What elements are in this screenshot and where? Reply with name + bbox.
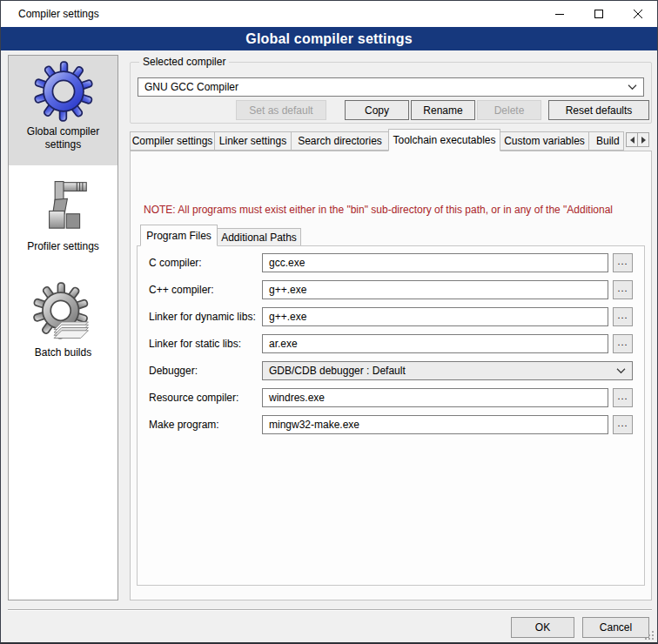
tab-search-directories[interactable]: Search directories	[291, 131, 389, 151]
c-compiler-row: C compiler: gcc.exe ...	[137, 253, 645, 272]
debugger-row: Debugger: GDB/CDB debugger : Default	[137, 361, 645, 380]
maximize-button[interactable]	[579, 1, 618, 27]
dynamic-linker-input[interactable]: g++.exe	[262, 307, 608, 326]
subtab-program-files[interactable]: Program Files	[140, 225, 218, 246]
chevron-down-icon	[616, 368, 626, 374]
rename-button[interactable]: Rename	[411, 100, 475, 120]
field-value: gcc.exe	[269, 257, 305, 269]
cpp-compiler-input[interactable]: g++.exe	[262, 280, 608, 299]
installation-note: NOTE: All programs must exist either in …	[144, 204, 645, 216]
button-label: Set as default	[249, 104, 312, 117]
resource-compiler-input[interactable]: windres.exe	[262, 388, 608, 407]
field-value: ar.exe	[269, 338, 298, 350]
ellipsis-icon: ...	[617, 256, 628, 266]
field-value: GDB/CDB debugger : Default	[269, 365, 406, 377]
browse-cpp-compiler-button[interactable]: ...	[613, 280, 633, 299]
tab-compiler-settings[interactable]: Compiler settings	[130, 131, 215, 151]
browse-resource-compiler-button[interactable]: ...	[613, 388, 633, 407]
tab-label: Compiler settings	[132, 135, 213, 147]
browse-make-program-button[interactable]: ...	[613, 415, 633, 434]
sidebar-item-profiler-settings[interactable]: Profiler settings	[9, 171, 118, 265]
resource-compiler-row: Resource compiler: windres.exe ...	[137, 388, 645, 407]
settings-category-list: Global compiler settings Profile	[8, 55, 118, 600]
window-title: Compiler settings	[18, 8, 99, 20]
ellipsis-icon: ...	[617, 391, 628, 401]
tab-label: Linker settings	[219, 135, 286, 147]
field-label: C compiler:	[149, 257, 202, 269]
button-label: Delete	[494, 104, 525, 117]
delete-button[interactable]: Delete	[477, 100, 541, 120]
footer-separator	[8, 609, 652, 611]
debugger-select[interactable]: GDB/CDB debugger : Default	[262, 361, 633, 380]
minimize-icon	[554, 9, 565, 19]
dynamic-linker-row: Linker for dynamic libs: g++.exe ...	[137, 307, 645, 326]
tab-label: Custom variables	[504, 135, 585, 147]
sidebar-item-global-compiler-settings[interactable]: Global compiler settings	[9, 56, 118, 165]
compiler-select[interactable]: GNU GCC Compiler	[138, 77, 644, 97]
static-linker-row: Linker for static libs: ar.exe ...	[137, 334, 645, 353]
static-linker-input[interactable]: ar.exe	[262, 334, 608, 353]
field-label: Resource compiler:	[149, 392, 238, 404]
caliper-icon	[33, 176, 94, 237]
ellipsis-icon: ...	[617, 337, 628, 347]
close-icon	[633, 9, 643, 19]
button-label: Cancel	[600, 621, 632, 634]
tab-build-options-clipped[interactable]: Build	[588, 131, 624, 151]
make-program-input[interactable]: mingw32-make.exe	[262, 415, 608, 434]
button-label: OK	[535, 621, 550, 634]
tab-scroll-left-button[interactable]	[626, 132, 638, 147]
chevron-down-icon	[628, 84, 637, 91]
field-label: C++ compiler:	[149, 284, 214, 296]
ellipsis-icon: ...	[617, 310, 628, 320]
compiler-select-value: GNU GCC Compiler	[144, 81, 238, 93]
minimize-button[interactable]	[540, 1, 579, 27]
browse-static-linker-button[interactable]: ...	[613, 334, 633, 353]
tab-scroll-right-button[interactable]	[637, 132, 649, 147]
copy-button[interactable]: Copy	[345, 100, 409, 120]
browse-c-compiler-button[interactable]: ...	[613, 253, 633, 272]
dialog-banner: Global compiler settings	[1, 27, 657, 50]
field-label: Debugger:	[149, 365, 198, 377]
field-value: g++.exe	[269, 284, 306, 296]
tab-toolchain-executables[interactable]: Toolchain executables	[388, 129, 500, 151]
page-title: Global compiler settings	[245, 31, 413, 47]
tab-label: Build	[596, 135, 620, 147]
button-label: Reset defaults	[566, 104, 633, 117]
field-label: Linker for static libs:	[149, 338, 241, 350]
tab-linker-settings[interactable]: Linker settings	[214, 131, 292, 151]
ok-button[interactable]: OK	[511, 617, 574, 638]
resize-grip[interactable]	[645, 631, 655, 641]
compiler-settings-dialog: Compiler settings Global compiler settin…	[0, 0, 658, 644]
sidebar-item-label: Batch builds	[9, 343, 118, 366]
tab-label: Additional Paths	[221, 231, 297, 244]
titlebar: Compiler settings	[1, 1, 657, 27]
c-compiler-input[interactable]: gcc.exe	[262, 253, 608, 272]
set-as-default-button[interactable]: Set as default	[236, 100, 326, 120]
browse-dynamic-linker-button[interactable]: ...	[613, 307, 633, 326]
arrow-right-icon	[641, 137, 646, 144]
blue-gear-icon	[33, 61, 94, 122]
field-label: Make program:	[149, 419, 219, 431]
tab-label: Program Files	[146, 230, 212, 242]
field-value: windres.exe	[269, 392, 325, 404]
button-label: Rename	[423, 104, 462, 117]
group-label: Selected compiler	[139, 56, 229, 68]
gray-gear-stack-icon	[33, 282, 94, 343]
tab-label: Toolchain executables	[393, 134, 495, 146]
field-label: Linker for dynamic libs:	[149, 311, 256, 323]
close-button[interactable]	[618, 1, 657, 27]
tab-custom-variables[interactable]: Custom variables	[500, 131, 589, 151]
field-value: mingw32-make.exe	[269, 419, 359, 431]
sidebar-item-label: Profiler settings	[9, 237, 118, 260]
cpp-compiler-row: C++ compiler: g++.exe ...	[137, 280, 645, 299]
sidebar-item-batch-builds[interactable]: Batch builds	[9, 277, 118, 378]
arrow-left-icon	[630, 137, 634, 144]
ellipsis-icon: ...	[617, 418, 628, 428]
cancel-button[interactable]: Cancel	[582, 617, 649, 638]
tab-label: Search directories	[298, 135, 382, 147]
field-value: g++.exe	[269, 311, 306, 323]
subtab-additional-paths[interactable]: Additional Paths	[217, 228, 301, 246]
reset-defaults-button[interactable]: Reset defaults	[548, 100, 649, 120]
button-label: Copy	[365, 104, 389, 117]
maximize-icon	[594, 9, 604, 19]
